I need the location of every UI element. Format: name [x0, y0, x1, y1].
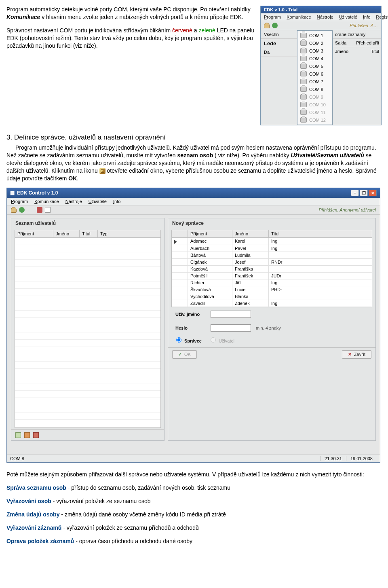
- table-row[interactable]: BártováLudmila: [172, 252, 372, 259]
- radio-spravce[interactable]: Správce: [176, 337, 202, 343]
- table-row[interactable]: ZavadilZdeněkIng: [172, 300, 372, 307]
- table-row[interactable]: ŠkvařilováLuciePHDr: [172, 286, 372, 293]
- com-port-item[interactable]: COM 2: [298, 39, 331, 47]
- col-header[interactable]: Typ: [98, 230, 116, 237]
- menu-item[interactable]: Komunikace: [34, 199, 59, 204]
- arrow-icon[interactable]: [24, 432, 30, 438]
- com-port-item: COM 12: [298, 116, 331, 124]
- section-3-para: Program umožňuje individuální přístupy j…: [6, 144, 382, 182]
- heslo-hint: min. 4 znaky: [256, 326, 281, 330]
- menu-item[interactable]: Nástroje: [65, 199, 82, 204]
- menu-item[interactable]: Program: [11, 199, 28, 204]
- panel-title-left: Seznam uživatelů: [11, 218, 164, 228]
- printer-icon: [300, 33, 307, 38]
- permission-item: Správa seznamu osob - přístup do seznamu…: [6, 484, 382, 492]
- printer-icon: [300, 117, 307, 123]
- add-icon[interactable]: [15, 432, 21, 438]
- com-port-item[interactable]: COM 1: [298, 32, 331, 39]
- minimize-button[interactable]: –: [351, 190, 359, 196]
- user-icon: [264, 23, 270, 28]
- table-row[interactable]: CigánekJosefRNDr: [172, 259, 372, 266]
- table-row[interactable]: VychodilováBlanka: [172, 293, 372, 300]
- grid-users[interactable]: PříjmeníJménoTitulTyp: [15, 230, 161, 428]
- heslo-input[interactable]: [211, 324, 251, 332]
- col-header[interactable]: Jméno: [232, 230, 269, 237]
- permission-item: Vyřazování záznamů - vyřazování položek …: [6, 524, 382, 532]
- table-row[interactable]: AuerbachPavelIng: [172, 245, 372, 252]
- printer-icon: [300, 56, 307, 61]
- heslo-label: Heslo: [175, 326, 206, 330]
- printer-icon: [300, 110, 307, 115]
- table-row[interactable]: KazdováFrantiška: [172, 266, 372, 273]
- logged-user: Přihlášen: Anonymní uživatel: [319, 207, 376, 212]
- led-green: zelené: [198, 27, 215, 34]
- para-led-blink: Správnost nastavení COM portu je indikov…: [6, 27, 256, 50]
- para-after: Poté můžete stejným způsobem přiřazovat …: [6, 471, 382, 478]
- table-row[interactable]: AdamecKarelIng: [172, 238, 372, 245]
- row-cursor-icon: [174, 240, 177, 244]
- printer-icon: [300, 87, 307, 92]
- com-port-item[interactable]: COM 4: [298, 55, 331, 62]
- com-port-item: COM 11: [298, 108, 331, 116]
- com-port-item[interactable]: COM 5: [298, 62, 331, 70]
- menu-item[interactable]: Uživatelé: [339, 15, 357, 19]
- delete-icon[interactable]: [33, 432, 39, 438]
- toolbar-lg: Přihlášen: Anonymní uživatel: [7, 205, 380, 215]
- logged-label: Přihlášen: A…: [350, 23, 378, 28]
- menubar-small: ProgramKomunikaceNástrojeUživateléInfoRe…: [261, 13, 381, 21]
- uziv-jmeno-label: Uživ. jméno: [175, 312, 206, 317]
- menu-item[interactable]: Info: [113, 199, 120, 204]
- com-port-item[interactable]: COM 3: [298, 47, 331, 55]
- permission-item: Oprava položek záznamů - oprava času pří…: [6, 537, 382, 545]
- col-header[interactable]: [172, 230, 188, 237]
- screenshot-seznam-uzivatelu: ▦ EDK Control v 1.0 – ❐ ✕ ProgramKomunik…: [6, 188, 380, 463]
- printer-icon: [300, 79, 307, 84]
- window-title: EDK v 1.0 - Trial: [261, 6, 381, 13]
- permission-item: Vyřazování osob - vyřazování položek ze …: [6, 497, 382, 505]
- menu-item[interactable]: Program: [264, 15, 281, 19]
- status-icon[interactable]: [19, 207, 25, 213]
- user-icon[interactable]: [11, 207, 17, 213]
- col-header[interactable]: Jméno: [53, 230, 80, 237]
- zavrit-button[interactable]: ✕Zavřít: [342, 350, 371, 359]
- lede-label: Lede: [261, 39, 297, 48]
- printer-icon: [300, 94, 307, 99]
- com-port-item[interactable]: COM 6: [298, 70, 331, 78]
- col-header[interactable]: Příjmení: [15, 230, 53, 237]
- red-icon[interactable]: [37, 207, 42, 213]
- da-header: Da: [261, 48, 297, 57]
- edit-icon: [99, 168, 105, 174]
- menu-item[interactable]: Info: [363, 15, 370, 19]
- doc-icon[interactable]: [45, 207, 51, 213]
- menu-item[interactable]: Komunikace: [287, 15, 311, 19]
- com-port-item[interactable]: COM 8: [298, 85, 331, 93]
- close-button[interactable]: ✕: [369, 190, 377, 196]
- status-time: 21.30.31: [320, 456, 346, 461]
- led-red: červené: [172, 27, 192, 34]
- status-icon: [272, 23, 278, 28]
- com-port-item[interactable]: COM 7: [298, 78, 331, 85]
- window-title-lg: ▦ EDK Control v 1.0 – ❐ ✕: [7, 188, 380, 198]
- section-3-title: 3. Definice správce, uživatelů a nastave…: [6, 133, 382, 142]
- permission-item: Změna údajů osoby - změna údajů dané oso…: [6, 511, 382, 518]
- table-row[interactable]: RichterJiříIng: [172, 279, 372, 286]
- menu-item[interactable]: Registrace: [376, 15, 388, 19]
- uziv-jmeno-input[interactable]: [211, 311, 251, 318]
- vsechn-label: Všechn: [261, 30, 297, 39]
- para-com-detect: Program automaticky detekuje volné porty…: [6, 6, 256, 21]
- col-header[interactable]: Titul: [269, 230, 293, 237]
- table-row[interactable]: PotměšilFrantišekJUDr: [172, 273, 372, 279]
- printer-icon: [300, 40, 307, 46]
- screenshot-com-menu: EDK v 1.0 - Trial ProgramKomunikaceNástr…: [260, 6, 382, 125]
- col-header[interactable]: Titul: [80, 230, 98, 237]
- menu-item[interactable]: Uživatelé: [89, 199, 107, 204]
- maximize-button[interactable]: ❐: [360, 190, 368, 196]
- radio-uzivatel: Uživatel: [211, 337, 234, 343]
- col-header[interactable]: Příjmení: [188, 230, 232, 237]
- printer-icon: [300, 102, 307, 107]
- menu-name-komunikace: Komunikace: [6, 14, 40, 20]
- grid-persons[interactable]: PříjmeníJménoTitul AdamecKarelIngAuerbac…: [171, 230, 372, 307]
- menu-item[interactable]: Nástroje: [317, 15, 333, 19]
- toolbar-small: Přihlášen: A…: [261, 21, 381, 30]
- com-port-item: COM 10: [298, 101, 331, 108]
